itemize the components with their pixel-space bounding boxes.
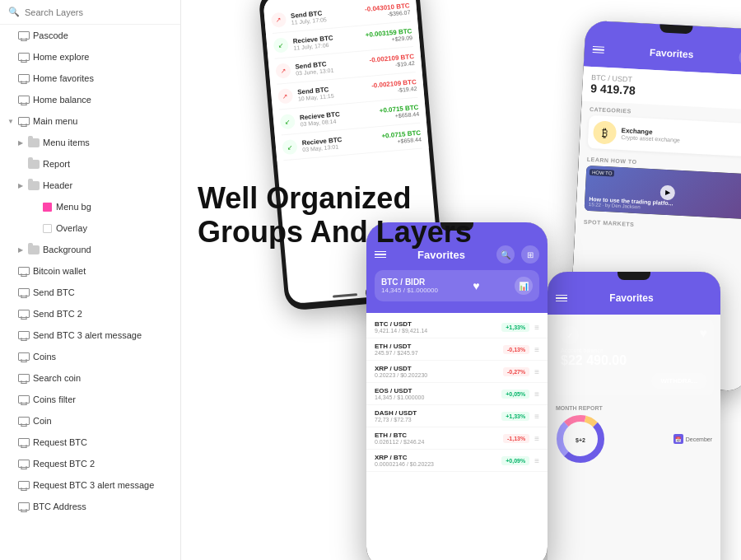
layer-item[interactable]: Overlay bbox=[0, 217, 180, 239]
layer-item[interactable]: ▶Menu items bbox=[0, 132, 180, 153]
coin-menu-icon[interactable]: ≡ bbox=[534, 345, 539, 354]
layer-label: Request BTC 3 alert message bbox=[33, 480, 174, 490]
coin-sub: 0.026112 / $246.24 bbox=[375, 439, 498, 445]
coin-menu-icon[interactable]: ≡ bbox=[534, 434, 539, 443]
withdraw-button[interactable]: WITHDRA... bbox=[651, 373, 707, 389]
fav-screen: Favorites 🔍 ⊞ BTC / BIDR 14,345 / $1.000… bbox=[366, 222, 548, 560]
layer-item[interactable]: Home balance bbox=[0, 89, 180, 110]
coin-menu-icon[interactable]: ≡ bbox=[534, 390, 539, 399]
monitor-icon bbox=[18, 394, 30, 405]
coin-menu-icon[interactable]: ≡ bbox=[534, 412, 539, 421]
featured-coin-card[interactable]: BTC / BIDR 14,345 / $1.000000 ♥ 📊 bbox=[375, 270, 539, 301]
layer-item[interactable]: ▶Header bbox=[0, 175, 180, 196]
layer-item[interactable]: Request BTC 2 bbox=[0, 453, 180, 474]
coin-row[interactable]: ETH / USDT 245.97 / $245.97 -0,13% ≡ bbox=[366, 338, 548, 361]
calendar-icon: 📅 bbox=[673, 434, 683, 444]
layer-item[interactable]: Coins filter bbox=[0, 389, 180, 410]
layer-item[interactable]: Send BTC bbox=[0, 282, 180, 303]
fav-title: Favorites bbox=[417, 249, 465, 261]
tx-amount: -0.043010 BTC -$396.07 bbox=[365, 2, 411, 19]
layer-label: Overlay bbox=[56, 223, 174, 233]
layer-item[interactable]: Search coin bbox=[0, 367, 180, 389]
month-report: MONTH REPORT $+2 📅 December bbox=[548, 400, 720, 469]
coin-sub: 0.00002146 / $0.20223 bbox=[375, 461, 496, 467]
svg-text:$+2: $+2 bbox=[576, 437, 585, 444]
tx-info: Send BTC 11 July, 17:05 bbox=[291, 7, 361, 26]
hamburger-icon-3[interactable] bbox=[593, 46, 604, 54]
search-bar[interactable]: 🔍 bbox=[0, 0, 180, 25]
coin-row[interactable]: EOS / USDT 14,345 / $1.000000 +0,05% ≡ bbox=[366, 383, 548, 405]
exchange-card[interactable]: ₿ Exchange Crypto asset exchange bbox=[588, 115, 741, 156]
chart-icon-btn[interactable]: 📊 bbox=[515, 277, 533, 295]
phone-favorites: Favorites 🔍 ⊞ BTC / BIDR 14,345 / $1.000… bbox=[366, 222, 548, 560]
tx-amount: -0.002109 BTC -$19.42 bbox=[369, 53, 415, 70]
coin-pair: EOS / USDT bbox=[375, 387, 496, 394]
featured-coin-info: BTC / BIDR 14,345 / $1.000000 bbox=[381, 278, 438, 294]
tx-info: Recieve BTC 11 July, 17:06 bbox=[292, 32, 361, 51]
fav-header-top: Favorites 🔍 ⊞ bbox=[375, 245, 539, 264]
layer-item[interactable]: Pascode bbox=[0, 25, 180, 46]
layer-item[interactable]: Report bbox=[0, 153, 180, 175]
layer-item[interactable]: BTC Address bbox=[0, 496, 180, 517]
tx-info: Send BTC 03 June, 13:01 bbox=[295, 57, 365, 76]
layer-list: PascodeHome exploreHome favoritesHome ba… bbox=[0, 25, 180, 517]
grid-icon-btn[interactable]: ⊞ bbox=[521, 245, 539, 264]
coin-row[interactable]: DASH / USDT 72,73 / $72.73 +1,33% ≡ bbox=[366, 405, 548, 427]
layer-item[interactable]: ▶Background bbox=[0, 239, 180, 260]
layer-label: Send BTC 2 bbox=[33, 309, 174, 319]
layer-label: Coins bbox=[33, 352, 174, 362]
search-icon: 🔍 bbox=[8, 7, 20, 17]
coin-row[interactable]: ETH / BTC 0.026112 / $246.24 -1,13% ≡ bbox=[366, 427, 548, 450]
layer-item[interactable]: Home favorites bbox=[0, 68, 180, 89]
monitor-icon bbox=[18, 72, 30, 84]
layer-item[interactable]: Send BTC 3 alert message bbox=[0, 324, 180, 346]
coin-pair: DASH / USDT bbox=[375, 409, 496, 417]
balance-info: ✓ Account balance $22 490.00 bbox=[561, 326, 627, 368]
folder-icon bbox=[28, 180, 40, 191]
layer-label: Menu items bbox=[43, 138, 174, 147]
heart-icon[interactable]: ♥ bbox=[473, 279, 479, 292]
folder-icon bbox=[28, 137, 40, 148]
coin-name-col: ETH / USDT 245.97 / $245.97 bbox=[375, 343, 498, 356]
tx-arrow-icon: ↙ bbox=[282, 139, 298, 156]
layer-label: Main menu bbox=[33, 116, 174, 126]
coin-name-col: XRP / BTC 0.00002146 / $0.20223 bbox=[375, 454, 496, 467]
coin-menu-icon[interactable]: ≡ bbox=[534, 367, 539, 376]
layer-item[interactable]: Menu bg bbox=[0, 196, 180, 217]
layer-label: Coins filter bbox=[33, 394, 174, 404]
search-icon-btn[interactable]: 🔍 bbox=[496, 245, 515, 264]
hamburger-icon-4[interactable] bbox=[556, 295, 567, 302]
sidebar: 🔍 PascodeHome exploreHome favoritesHome … bbox=[0, 0, 181, 560]
coin-sub: 14,345 / $1.000000 bbox=[375, 394, 496, 400]
layer-item[interactable]: Send BTC 2 bbox=[0, 303, 180, 324]
heart-icon-4[interactable]: ♥ bbox=[700, 326, 708, 341]
coin-row[interactable]: XRP / USDT 0.20223 / $0.202230 -0,27% ≡ bbox=[366, 361, 548, 383]
tx-amount: +0.0715 BTC +$658.44 bbox=[381, 129, 422, 146]
video-card[interactable]: HOW TO ▶ How to use the trading platfo..… bbox=[585, 166, 741, 219]
layer-item[interactable]: Coin bbox=[0, 410, 180, 432]
chevron-spacer bbox=[7, 267, 15, 275]
placeholder-icon bbox=[696, 290, 712, 306]
chevron-spacer bbox=[7, 352, 15, 361]
layer-item[interactable]: Home explore bbox=[0, 46, 180, 68]
coin-menu-icon[interactable]: ≡ bbox=[534, 323, 539, 332]
hamburger-icon[interactable] bbox=[375, 251, 386, 259]
layer-item[interactable]: Coins bbox=[0, 346, 180, 367]
pie-chart: $+2 bbox=[556, 414, 605, 464]
coin-name-col: DASH / USDT 72,73 / $72.73 bbox=[375, 409, 496, 422]
exchange-info: Exchange Crypto asset exchange bbox=[621, 127, 741, 147]
coin-pair: ETH / USDT bbox=[375, 343, 498, 350]
search-input[interactable] bbox=[25, 7, 172, 17]
layer-label: Pascode bbox=[33, 30, 174, 40]
coin-row[interactable]: XRP / BTC 0.00002146 / $0.20223 +0,09% ≡ bbox=[366, 450, 548, 472]
layer-item[interactable]: Bitcoin wallet bbox=[0, 260, 180, 282]
coin-menu-icon[interactable]: ≡ bbox=[534, 456, 539, 465]
layer-item[interactable]: Request BTC bbox=[0, 432, 180, 453]
coin-row[interactable]: BTC / USDT 9,421.14 / $9,421.14 +1,33% ≡ bbox=[366, 316, 548, 338]
tx-arrow-icon: ↗ bbox=[277, 88, 294, 105]
layer-item[interactable]: ▼Main menu bbox=[0, 110, 180, 132]
coin-list: BTC / USDT 9,421.14 / $9,421.14 +1,33% ≡… bbox=[366, 313, 548, 475]
coin-name-col: BTC / USDT 9,421.14 / $9,421.14 bbox=[375, 320, 496, 334]
layer-item[interactable]: Request BTC 3 alert message bbox=[0, 474, 180, 496]
chevron-icon: ▶ bbox=[16, 138, 25, 147]
